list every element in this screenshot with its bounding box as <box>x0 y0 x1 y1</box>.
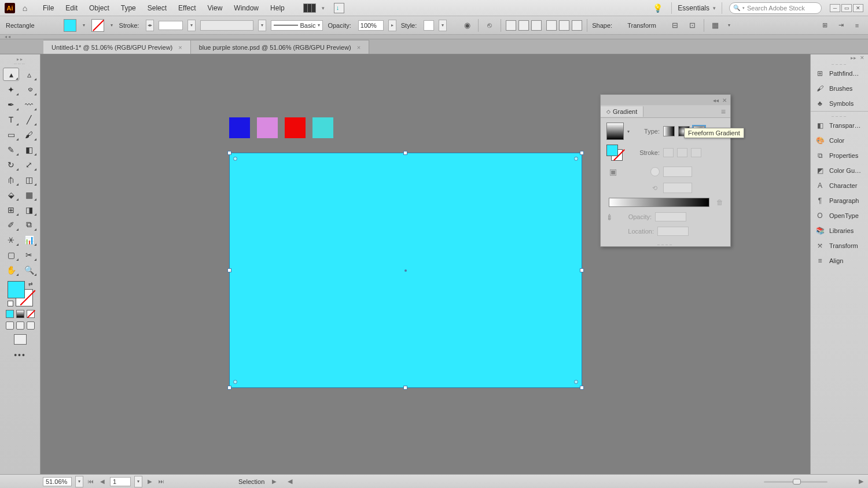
mesh-tool[interactable]: ⊞ <box>3 203 19 216</box>
opacity-input[interactable]: 100% <box>358 20 384 31</box>
close-button[interactable]: ✕ <box>853 4 863 12</box>
stroke-weight-stepper[interactable]: ◂▸ <box>146 20 154 31</box>
scroll-right-icon[interactable]: ▶ <box>859 478 863 485</box>
selected-rectangle[interactable] <box>229 153 582 388</box>
style-dropdown[interactable]: ▾ <box>439 20 447 31</box>
first-artboard-button[interactable]: ⏮ <box>87 478 95 486</box>
stroke-gradient-along[interactable] <box>677 148 687 157</box>
panel-resize-grip[interactable]: ┈┈┈┈ <box>601 243 730 246</box>
slice-tool[interactable]: ✂ <box>21 248 37 261</box>
arrange-documents[interactable]: ▾ <box>303 3 344 13</box>
align-vcenter-icon[interactable] <box>559 20 569 31</box>
panel-brushes[interactable]: 🖌Brushes <box>811 81 868 96</box>
angle-dropdown[interactable] <box>663 167 692 177</box>
stroke-weight-input[interactable] <box>159 21 183 30</box>
stroke-weight-dropdown[interactable]: ▾ <box>187 20 196 31</box>
workspace-switcher[interactable]: Essentials ▾ <box>671 2 722 14</box>
scale-tool[interactable]: ⤢ <box>21 158 37 171</box>
artboard-tool[interactable]: ▢ <box>3 248 19 261</box>
stroke-swatch[interactable] <box>91 19 104 32</box>
panel-libraries[interactable]: 📚Libraries <box>811 223 868 238</box>
magic-wand-tool[interactable]: ✦ <box>3 83 19 96</box>
draw-inside-icon[interactable] <box>27 321 35 330</box>
collapse-icon[interactable]: ◂◂ <box>713 97 719 103</box>
panel-pathfinder[interactable]: ⊞Pathfind… <box>811 66 868 81</box>
menu-view[interactable]: View <box>203 2 227 14</box>
none-mode-icon[interactable] <box>27 310 35 318</box>
brush-definition[interactable]: Basic▾ <box>271 20 323 31</box>
prev-artboard-button[interactable]: ◀ <box>98 478 106 486</box>
hand-tool[interactable]: ✋ <box>3 263 19 276</box>
transform-label[interactable]: Transform <box>627 22 656 29</box>
rotate-tool[interactable]: ↻ <box>3 158 19 171</box>
stroke-gradient-within[interactable] <box>663 148 674 157</box>
shape-builder-tool[interactable]: ⬙ <box>3 188 19 201</box>
eyedropper-tool[interactable]: ✐ <box>3 218 19 231</box>
edit-gradient-icon[interactable]: ▣ <box>606 165 619 178</box>
symbol-sprayer-tool[interactable]: ⚹ <box>3 233 19 246</box>
menu-help[interactable]: Help <box>266 2 289 14</box>
stroke-gradient-across[interactable] <box>691 148 701 157</box>
corner-widget-ne[interactable] <box>574 157 578 161</box>
arrange-icon[interactable]: ▦ <box>709 19 722 32</box>
corner-widget-sw[interactable] <box>233 380 237 384</box>
panel-color[interactable]: 🎨Color <box>811 133 868 148</box>
swatch-cyan[interactable] <box>312 117 333 138</box>
fill-swatch[interactable] <box>64 19 76 32</box>
delete-stop-icon[interactable]: 🗑 <box>716 198 724 206</box>
last-artboard-button[interactable]: ⏭ <box>157 478 165 486</box>
color-picker-icon[interactable]: ✐ <box>604 209 619 224</box>
document-tab[interactable]: Untitled-1* @ 51.06% (RGB/GPU Preview) × <box>43 40 191 54</box>
stop-opacity-dropdown[interactable] <box>655 212 686 221</box>
blend-tool[interactable]: ⧉ <box>21 218 37 231</box>
grid-icon[interactable]: ⊞ <box>819 20 830 31</box>
variable-width-profile[interactable] <box>200 20 253 31</box>
type-tool[interactable]: T <box>3 113 19 126</box>
panel-opentype[interactable]: OOpenType <box>811 208 868 223</box>
collapse-icon[interactable]: ▸▸ <box>851 55 856 62</box>
document-tab[interactable]: blue purple stone.psd @ 51.06% (RGB/GPU … <box>191 40 370 54</box>
selection-tool[interactable]: ▴ <box>3 68 19 81</box>
free-transform-tool[interactable]: ◫ <box>21 173 37 186</box>
edit-contents-icon[interactable]: ⊡ <box>686 19 699 32</box>
edit-toolbar-icon[interactable]: ••• <box>14 350 26 360</box>
panel-color-guide[interactable]: ◩Color Gu… <box>811 163 868 178</box>
panel-grip[interactable]: ┈┈┈ <box>14 61 26 66</box>
lasso-tool[interactable]: ဓ <box>21 83 37 96</box>
close-icon[interactable]: ✕ <box>722 97 727 103</box>
draw-behind-icon[interactable] <box>16 321 24 330</box>
line-tool[interactable]: ╱ <box>21 113 37 126</box>
gpu-preview-icon[interactable] <box>334 3 344 13</box>
search-input[interactable]: 🔍▾ Search Adobe Stock <box>729 2 822 14</box>
menu-window[interactable]: Window <box>229 2 263 14</box>
zoom-tool[interactable]: 🔍 <box>21 263 37 276</box>
arrange-dropdown[interactable]: ▾ <box>726 23 732 28</box>
scroll-left-icon[interactable]: ◀ <box>288 478 292 485</box>
scrollbar-thumb[interactable] <box>793 479 801 485</box>
fill-mini[interactable] <box>606 145 618 156</box>
resize-handle-ne[interactable] <box>580 151 584 155</box>
menu-file[interactable]: File <box>38 2 58 14</box>
horizontal-scrollbar[interactable] <box>764 478 827 486</box>
width-tool[interactable]: ⫛ <box>3 173 19 186</box>
perspective-grid-tool[interactable]: ▦ <box>21 188 37 201</box>
zoom-dropdown[interactable]: ▾ <box>75 476 83 487</box>
panel-properties[interactable]: ⧉Properties <box>811 148 868 163</box>
canvas[interactable] <box>41 54 868 474</box>
panel-header[interactable]: ◂◂✕ <box>601 95 730 105</box>
resize-handle-w[interactable] <box>227 268 231 272</box>
panel-paragraph[interactable]: ¶Paragraph <box>811 193 868 208</box>
panel-character[interactable]: ACharacter <box>811 178 868 193</box>
column-graph-tool[interactable]: 📊 <box>21 233 37 246</box>
gradient-preset-dropdown[interactable]: ▾ <box>627 129 633 134</box>
variable-width-dropdown[interactable]: ▾ <box>258 20 266 31</box>
fill-indicator[interactable] <box>8 281 25 298</box>
fill-stroke-control[interactable]: ⇄ <box>8 281 33 306</box>
home-icon[interactable]: ⌂ <box>20 3 30 13</box>
panel-menu-icon[interactable]: ≡ <box>716 107 730 116</box>
close-tab-icon[interactable]: × <box>178 44 182 51</box>
close-dock-icon[interactable]: ✕ <box>860 55 865 62</box>
aspect-ratio-dropdown[interactable] <box>663 183 692 193</box>
isolate-icon[interactable]: ⊟ <box>669 19 682 32</box>
align-to-icon[interactable]: ⎋ <box>483 19 496 32</box>
